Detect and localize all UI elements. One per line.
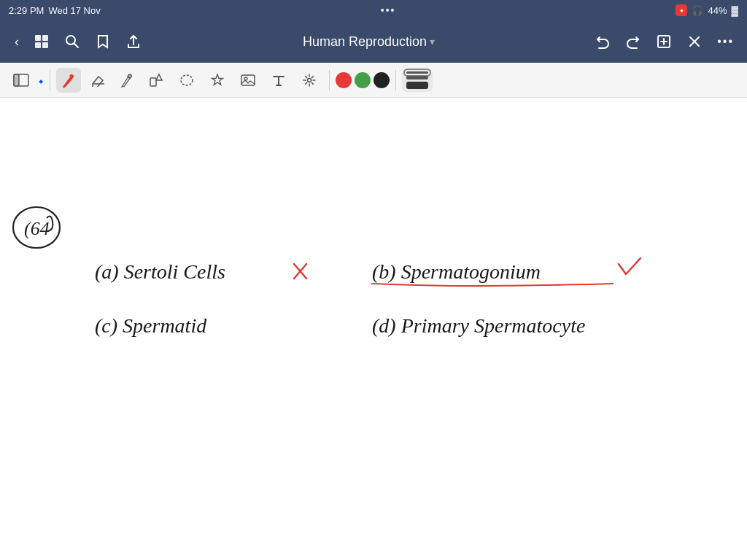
status-left: 2:29 PM Wed 17 Nov <box>9 5 101 16</box>
battery-icon: ▓ <box>732 5 738 16</box>
bookmark-button[interactable] <box>88 29 118 54</box>
title-chevron[interactable]: ▾ <box>430 36 435 47</box>
svg-text:(64: (64 <box>24 218 50 239</box>
svg-rect-2 <box>35 42 41 48</box>
add-page-button[interactable] <box>650 29 678 54</box>
svg-point-11 <box>181 75 193 85</box>
laser-tool-button[interactable] <box>295 68 323 93</box>
stroke-thin-button[interactable] <box>406 71 428 74</box>
svg-point-14 <box>308 78 311 82</box>
stroke-selector <box>402 69 433 92</box>
sidebar-toggle-button[interactable] <box>7 69 35 91</box>
status-right: ● 🎧 44% ▓ <box>676 4 738 16</box>
svg-rect-12 <box>241 75 255 85</box>
time-label: 2:29 PM <box>9 5 44 16</box>
svg-line-5 <box>74 44 79 48</box>
status-dots: ••• <box>381 4 396 16</box>
date-label: Wed 17 Nov <box>48 5 100 16</box>
redo-button[interactable] <box>619 29 647 54</box>
drawing-toolbar: ⬥ <box>0 63 747 98</box>
search-button[interactable] <box>57 29 88 54</box>
svg-text:(c) Spermatid: (c) Spermatid <box>95 314 207 337</box>
battery-label: 44% <box>708 5 727 16</box>
shapes-tool-button[interactable] <box>142 68 170 93</box>
divider-3 <box>395 70 396 90</box>
handwriting-layer: (64 (a) Sertoli Cells (b) Spermatogonium… <box>0 98 747 560</box>
divider-2 <box>329 70 330 90</box>
eraser-tool-button[interactable] <box>84 69 112 91</box>
svg-rect-10 <box>150 78 156 86</box>
svg-text:(b) Spermatogonium: (b) Spermatogonium <box>372 260 541 283</box>
undo-button[interactable] <box>589 29 616 54</box>
svg-point-13 <box>244 77 247 80</box>
image-tool-button[interactable] <box>234 68 262 93</box>
option-b: (b) Spermatogonium <box>372 258 640 286</box>
status-bar: 2:29 PM Wed 17 Nov ••• ● 🎧 44% ▓ <box>0 0 747 20</box>
svg-text:(a) Sertoli Cells: (a) Sertoli Cells <box>95 260 225 283</box>
divider-1 <box>50 70 50 90</box>
more-button[interactable]: ••• <box>711 31 740 52</box>
document-title: Human Reproduction <box>303 34 427 50</box>
canvas-area: (64 (a) Sertoli Cells (b) Spermatogonium… <box>0 98 747 560</box>
stroke-medium-button[interactable] <box>406 76 428 79</box>
record-indicator: ● <box>676 4 687 16</box>
svg-rect-8 <box>14 74 19 86</box>
bluetooth-icon: ⬥ <box>38 74 44 86</box>
grid-button[interactable] <box>26 29 57 54</box>
stroke-thick-button[interactable] <box>406 82 428 89</box>
color-black-button[interactable] <box>374 72 390 88</box>
title-area: Human Reproduction ▾ <box>149 34 589 50</box>
share-button[interactable] <box>118 29 149 54</box>
back-button[interactable]: ‹ <box>7 30 26 54</box>
svg-rect-0 <box>35 35 41 41</box>
svg-rect-1 <box>42 35 48 41</box>
pen-tool-button[interactable] <box>56 68 81 93</box>
close-button[interactable] <box>681 29 708 54</box>
option-a: (a) Sertoli Cells <box>95 260 306 283</box>
svg-text:(d) Primary Spermatocyte: (d) Primary Spermatocyte <box>372 314 585 337</box>
right-actions: ••• <box>589 29 740 54</box>
pencil-tool-button[interactable] <box>115 68 139 93</box>
main-toolbar: ‹ Human Reproduction ▾ <box>0 20 747 63</box>
headphone-icon: 🎧 <box>692 5 703 16</box>
text-tool-button[interactable] <box>265 68 293 93</box>
option-c: (c) Spermatid <box>95 314 207 337</box>
color-green-button[interactable] <box>355 72 371 88</box>
question-number: (64 <box>13 207 60 248</box>
svg-rect-3 <box>42 42 48 48</box>
option-d: (d) Primary Spermatocyte <box>372 314 585 337</box>
lasso-tool-button[interactable] <box>173 68 201 93</box>
star-tool-button[interactable] <box>204 68 231 93</box>
color-red-button[interactable] <box>336 72 352 88</box>
